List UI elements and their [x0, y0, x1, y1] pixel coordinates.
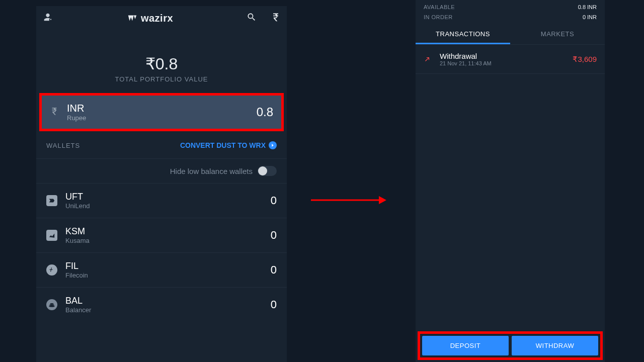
- search-icon[interactable]: [247, 12, 257, 24]
- action-buttons: DEPOSIT WITHDRAW: [418, 331, 603, 360]
- wallet-balance: 0: [271, 194, 277, 207]
- available-value: 0.8 INR: [578, 4, 597, 10]
- portfolio-summary: ₹0.8 TOTAL PORTFOLIO VALUE: [36, 30, 287, 93]
- withdrawal-arrow-icon: [424, 56, 431, 63]
- hide-low-label: Hide low balance wallets: [170, 167, 253, 175]
- portfolio-panel: wazirx ₹0.8 TOTAL PORTFOLIO VALUE INR Ru…: [36, 6, 287, 362]
- profile-settings-icon[interactable]: [42, 12, 53, 25]
- wallets-header: WALLETS CONVERT DUST TO WRX: [36, 131, 287, 158]
- wallet-name: Kusama: [65, 237, 271, 244]
- tx-amount: ₹3,609: [573, 55, 597, 64]
- svg-point-0: [50, 303, 54, 304]
- coin-icon: [46, 230, 57, 241]
- brand-icon: [127, 13, 138, 24]
- coin-icon: [46, 264, 57, 276]
- brand-logo: wazirx: [127, 13, 173, 24]
- wallet-item-bal[interactable]: BAL Balancer 0: [36, 287, 287, 322]
- deposit-button[interactable]: DEPOSIT: [422, 336, 509, 355]
- tab-markets[interactable]: MARKETS: [510, 25, 605, 44]
- coin-icon: [46, 299, 57, 310]
- hide-low-toggle[interactable]: [258, 166, 277, 176]
- transactions-panel: AVAILABLE 0.8 INR IN ORDER 0 INR TRANSAC…: [416, 0, 605, 362]
- annotation-arrow-icon: [311, 195, 386, 205]
- wallet-symbol: BAL: [65, 296, 271, 306]
- portfolio-label: TOTAL PORTFOLIO VALUE: [36, 75, 287, 83]
- tab-transactions[interactable]: TRANSACTIONS: [416, 25, 510, 44]
- convert-dust-label: CONVERT DUST TO WRX: [180, 141, 266, 149]
- wallets-title: WALLETS: [46, 142, 80, 149]
- wallet-symbol: KSM: [65, 226, 271, 237]
- coin-icon: [46, 195, 57, 206]
- app-header: wazirx: [36, 6, 287, 30]
- wallet-item-ksm[interactable]: KSM Kusama 0: [36, 218, 287, 252]
- wallet-item-fil[interactable]: FIL Filecoin 0: [36, 252, 287, 287]
- convert-dust-link[interactable]: CONVERT DUST TO WRX: [180, 141, 277, 149]
- wallet-item-uft[interactable]: UFT UniLend 0: [36, 183, 287, 218]
- rupee-icon[interactable]: [271, 12, 281, 24]
- transaction-row[interactable]: Withdrawal 21 Nov 21, 11:43 AM ₹3,609: [416, 45, 605, 74]
- wallet-balance: 0: [271, 263, 277, 277]
- wallet-name: Filecoin: [65, 272, 271, 279]
- wallet-symbol: FIL: [65, 261, 271, 272]
- inr-name: Rupee: [67, 114, 257, 122]
- tabs: TRANSACTIONS MARKETS: [416, 25, 605, 45]
- inr-card[interactable]: INR Rupee 0.8: [39, 93, 284, 131]
- wallet-name: UniLend: [65, 202, 271, 210]
- inorder-value: 0 INR: [583, 14, 597, 20]
- svg-point-2: [49, 305, 55, 307]
- wallet-name: Balancer: [65, 306, 271, 314]
- arrow-right-icon: [269, 141, 277, 149]
- hide-low-balance-row: Hide low balance wallets: [36, 158, 287, 183]
- inr-symbol: INR: [67, 103, 257, 114]
- tx-date: 21 Nov 21, 11:43 AM: [440, 60, 573, 66]
- inr-balance: 0.8: [257, 105, 273, 119]
- tx-type: Withdrawal: [440, 52, 573, 60]
- wallet-symbol: UFT: [65, 192, 271, 202]
- withdraw-button[interactable]: WITHDRAW: [512, 336, 598, 355]
- available-label: AVAILABLE: [424, 4, 455, 10]
- inorder-label: IN ORDER: [424, 14, 453, 20]
- brand-text: wazirx: [141, 13, 173, 24]
- wallet-balance: 0: [271, 298, 277, 311]
- portfolio-value: ₹0.8: [36, 54, 287, 73]
- svg-marker-4: [379, 196, 386, 204]
- rupee-icon: [50, 107, 59, 116]
- wallet-balance: 0: [271, 229, 277, 242]
